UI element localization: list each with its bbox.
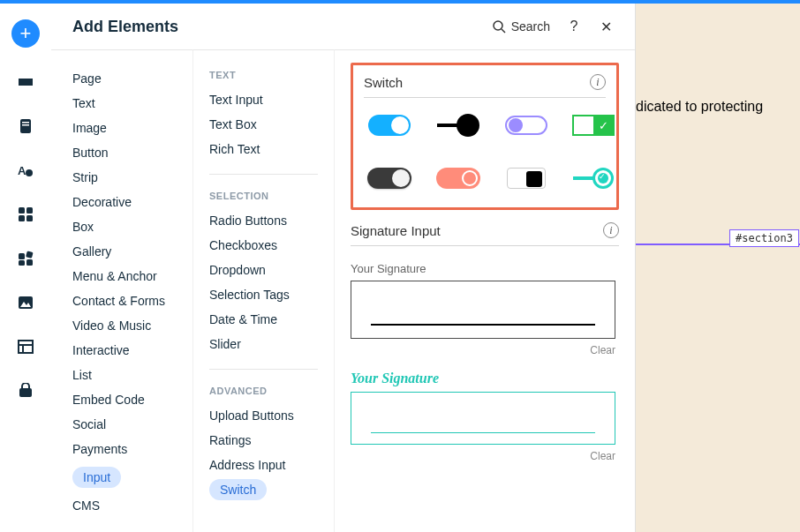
element-gallery[interactable]: Switch i ✓ Signature Input i (334, 49, 635, 532)
sub-rich-text[interactable]: Rich Text (193, 137, 334, 161)
svg-rect-2 (22, 122, 29, 124)
group-text-heading: TEXT (193, 66, 334, 87)
info-icon[interactable]: i (603, 222, 619, 238)
signature-box (351, 392, 615, 445)
group-advanced-heading: ADVANCED (193, 382, 334, 403)
widgets-icon[interactable] (16, 249, 35, 268)
app-topbar (0, 0, 800, 4)
svg-rect-3 (22, 124, 29, 126)
switch-preset-8[interactable] (572, 167, 615, 190)
left-tool-rail: + A (0, 4, 51, 532)
section-icon[interactable] (16, 72, 35, 92)
panel-title: Add Elements (72, 18, 178, 36)
sub-date-time[interactable]: Date & Time (193, 307, 334, 332)
svg-point-5 (26, 169, 33, 176)
switch-preset-4[interactable]: ✓ (572, 114, 615, 137)
sub-dropdown[interactable]: Dropdown (193, 258, 334, 282)
panel-header-actions: Search ? ✕ (492, 19, 614, 35)
help-button[interactable]: ? (566, 19, 582, 34)
sub-upload-buttons[interactable]: Upload Buttons (193, 403, 334, 428)
svg-rect-11 (26, 251, 34, 259)
signature-clear[interactable]: Clear (351, 339, 615, 356)
switch-preset-6[interactable] (436, 167, 480, 190)
sub-slider[interactable]: Slider (193, 332, 334, 356)
section-anchor-label[interactable]: #section3 (729, 229, 799, 247)
svg-rect-10 (19, 253, 25, 259)
cat-button[interactable]: Button (51, 140, 192, 165)
svg-rect-1 (20, 119, 31, 133)
cat-menu-anchor[interactable]: Menu & Anchor (51, 264, 192, 288)
svg-rect-9 (26, 215, 33, 221)
svg-point-20 (494, 21, 502, 30)
cat-image[interactable]: Image (51, 116, 192, 140)
subcategory-list[interactable]: TEXT Text Input Text Box Rich Text SELEC… (192, 49, 334, 532)
svg-rect-7 (26, 207, 33, 214)
image-icon[interactable] (16, 293, 35, 312)
cat-gallery[interactable]: Gallery (51, 239, 192, 264)
store-icon[interactable] (16, 381, 35, 401)
sub-selection-tags[interactable]: Selection Tags (193, 282, 334, 307)
cat-social[interactable]: Social (51, 412, 192, 437)
canvas-text-fragment: dicated to protecting (636, 99, 763, 115)
signature-clear[interactable]: Clear (351, 445, 615, 462)
divider (209, 369, 318, 370)
signature-preset-2[interactable]: Your Signature Clear (351, 371, 619, 462)
svg-text:A: A (18, 164, 26, 177)
cat-input[interactable]: Input (51, 461, 192, 493)
sub-checkboxes[interactable]: Checkboxes (193, 233, 334, 258)
table-icon[interactable] (16, 337, 35, 356)
signature-preset-1[interactable]: Your Signature Clear (351, 262, 619, 356)
sub-ratings[interactable]: Ratings (193, 428, 334, 453)
cat-payments[interactable]: Payments (51, 437, 192, 461)
cat-cms[interactable]: CMS (51, 493, 192, 518)
cat-strip[interactable]: Strip (51, 165, 192, 190)
sub-address-input[interactable]: Address Input (193, 453, 334, 477)
grid-icon[interactable] (16, 205, 35, 224)
group-selection-heading: SELECTION (193, 187, 334, 208)
sub-text-input[interactable]: Text Input (193, 87, 334, 112)
cat-text[interactable]: Text (51, 91, 192, 116)
switch-preset-5[interactable] (367, 167, 411, 190)
svg-rect-12 (19, 260, 25, 266)
cat-box[interactable]: Box (51, 214, 192, 239)
search-label: Search (511, 19, 550, 34)
cat-page[interactable]: Page (51, 66, 192, 91)
info-icon[interactable]: i (590, 74, 606, 90)
svg-line-21 (502, 29, 505, 33)
switch-preset-2[interactable] (436, 114, 480, 137)
page-icon[interactable] (16, 116, 35, 136)
search-icon (492, 19, 506, 34)
switch-preset-1[interactable] (367, 114, 411, 137)
signature-section-title: Signature Input (351, 223, 441, 238)
svg-rect-16 (19, 341, 33, 353)
signature-label: Your Signature (351, 371, 619, 386)
switch-preset-7[interactable] (505, 167, 547, 190)
cat-interactive[interactable]: Interactive (51, 338, 192, 363)
switch-section-highlight: Switch i ✓ (351, 63, 619, 210)
panel-header: Add Elements Search ? ✕ (51, 0, 635, 49)
sub-radio-buttons[interactable]: Radio Buttons (193, 208, 334, 233)
sub-switch[interactable]: Switch (193, 477, 334, 502)
cat-video-music[interactable]: Video & Music (51, 313, 192, 338)
typography-icon[interactable]: A (16, 161, 35, 180)
svg-rect-8 (19, 215, 25, 221)
divider (209, 174, 318, 175)
signature-box (351, 281, 615, 339)
switch-preset-grid: ✓ (364, 114, 606, 190)
add-elements-panel: Add Elements Search ? ✕ Page Text Image … (51, 0, 636, 532)
category-list[interactable]: Page Text Image Button Strip Decorative … (51, 49, 192, 532)
switch-section-title: Switch (364, 75, 403, 90)
sub-text-box[interactable]: Text Box (193, 112, 334, 137)
cat-decorative[interactable]: Decorative (51, 190, 192, 214)
signature-label: Your Signature (351, 262, 619, 275)
panel-body: Page Text Image Button Strip Decorative … (51, 49, 635, 532)
svg-rect-0 (19, 79, 33, 86)
cat-contact-forms[interactable]: Contact & Forms (51, 288, 192, 313)
cat-list[interactable]: List (51, 363, 192, 387)
search-button[interactable]: Search (492, 19, 550, 34)
cat-embed-code[interactable]: Embed Code (51, 387, 192, 412)
add-elements-button[interactable]: + (11, 19, 40, 48)
close-button[interactable]: ✕ (598, 19, 614, 35)
signature-section-header: Signature Input i (351, 222, 619, 246)
switch-preset-3[interactable] (505, 114, 547, 137)
